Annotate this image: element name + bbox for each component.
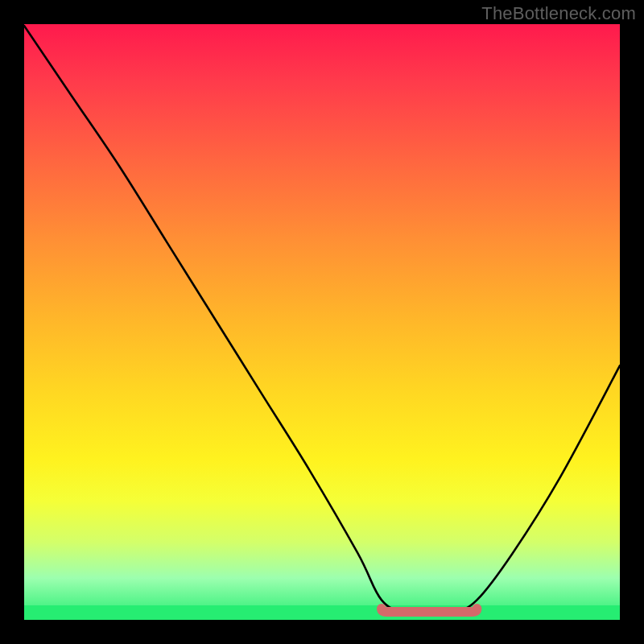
chart-svg [24, 24, 620, 620]
chart-frame: TheBottleneck.com [0, 0, 644, 644]
watermark-text: TheBottleneck.com [481, 3, 636, 24]
flat-bottom-highlight [382, 609, 477, 612]
bottleneck-curve-path [24, 26, 620, 613]
plot-area [24, 24, 620, 620]
